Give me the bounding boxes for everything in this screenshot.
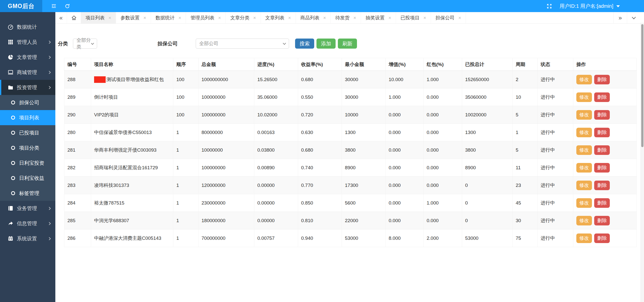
sidebar-item-文章管理[interactable]: 文章管理 [0, 50, 55, 65]
edit-button[interactable]: 修改 [576, 75, 592, 84]
tab-管理员列表[interactable]: 管理员列表× [186, 12, 226, 23]
delete-button[interactable]: 删除 [594, 128, 610, 137]
tabs-scroll-left-button[interactable]: « [55, 12, 67, 23]
share-icon [8, 220, 14, 226]
home-tab[interactable] [67, 12, 81, 23]
cell-actions: 修改删除 [573, 88, 637, 106]
delete-button[interactable]: 删除 [594, 75, 610, 84]
delete-button[interactable]: 删除 [594, 216, 610, 225]
edit-button[interactable]: 修改 [576, 145, 592, 155]
edit-button[interactable]: 修改 [576, 233, 592, 243]
cell-appreciation: 0.000 [386, 141, 424, 159]
delete-button[interactable]: 删除 [594, 145, 610, 155]
collapse-sidebar-icon[interactable] [51, 3, 57, 9]
sidebar-item-label: 系统设置 [17, 235, 37, 242]
sidebar-item-管理人员[interactable]: 管理人员 [0, 35, 55, 50]
category-select[interactable]: 全部分类 [73, 39, 97, 49]
sidebar-item-业务管理[interactable]: 业务管理 [0, 201, 55, 216]
cell-order: 1 [173, 212, 198, 229]
tab-文章分类[interactable]: 文章分类× [226, 12, 261, 23]
tab-待发货[interactable]: 待发货× [331, 12, 361, 23]
cell-id: 290 [64, 106, 91, 124]
sidebar-item-label: 业务管理 [17, 205, 37, 212]
sidebar-subitem-日利宝收益[interactable]: 日利宝收益 [0, 171, 55, 186]
sidebar-subitem-项目列表[interactable]: 项目列表 [0, 110, 55, 125]
edit-button[interactable]: 修改 [576, 92, 592, 102]
cell-id: 282 [64, 159, 91, 177]
cell-id: 281 [64, 141, 91, 159]
close-icon[interactable]: × [288, 15, 291, 21]
delete-button[interactable]: 删除 [594, 198, 610, 208]
cell-progress: 0.00000 [254, 194, 298, 212]
sidebar-subitem-label: 日利宝投资 [19, 160, 44, 166]
delete-button[interactable]: 删除 [594, 163, 610, 173]
edit-button[interactable]: 修改 [576, 181, 592, 190]
close-icon[interactable]: × [388, 15, 391, 21]
tab-商品列表[interactable]: 商品列表× [296, 12, 331, 23]
fullscreen-icon[interactable] [546, 3, 552, 9]
delete-button[interactable]: 删除 [594, 233, 610, 243]
tab-文章列表[interactable]: 文章列表× [261, 12, 296, 23]
sidebar-item-投资管理[interactable]: 投资管理 [0, 80, 55, 95]
app-logo[interactable]: GMO后台 [0, 0, 42, 12]
edit-button[interactable]: 修改 [576, 163, 592, 173]
table-row: 288测试项目带增值收益和红包100100000000015.265000.68… [64, 71, 637, 88]
close-icon[interactable]: × [143, 15, 146, 21]
close-icon[interactable]: × [423, 15, 426, 21]
refresh-icon[interactable] [64, 3, 70, 9]
close-icon[interactable]: × [253, 15, 256, 21]
cell-name: 裕太微787515 [91, 194, 173, 212]
edit-button[interactable]: 修改 [576, 128, 592, 137]
column-header: 操作 [573, 58, 637, 71]
edit-button[interactable]: 修改 [576, 216, 592, 225]
tab-担保公司[interactable]: 担保公司× [431, 12, 466, 23]
table-row: 283凌玮科技30137311200000000.000000.77017300… [64, 177, 637, 194]
sidebar-subitem-标签管理[interactable]: 标签管理 [0, 186, 55, 201]
close-icon[interactable]: × [323, 15, 326, 21]
column-header: 顺序 [173, 58, 198, 71]
refresh-button[interactable]: 刷新 [338, 39, 357, 49]
table-row: 285中润光学68830711800000000.000000.81022000… [64, 212, 637, 229]
delete-button[interactable]: 删除 [594, 181, 610, 190]
close-icon[interactable]: × [108, 15, 111, 21]
close-icon[interactable]: × [178, 15, 181, 21]
edit-button[interactable]: 修改 [576, 198, 592, 208]
sidebar-subitem-项目分类[interactable]: 项目分类 [0, 140, 55, 155]
tabs-menu-button[interactable] [627, 12, 640, 23]
cell-actions: 修改删除 [573, 106, 637, 124]
cell-id: 283 [64, 177, 91, 194]
table-row: 290VIP2的项目10010000000010.020000.72010000… [64, 106, 637, 124]
tab-数据统计[interactable]: 数据统计× [151, 12, 186, 23]
sidebar-item-数据统计[interactable]: 数据统计 [0, 19, 55, 35]
edit-button[interactable]: 修改 [576, 110, 592, 120]
close-icon[interactable]: × [353, 15, 356, 21]
sidebar-item-系统设置[interactable]: 系统设置 [0, 231, 55, 246]
delete-button[interactable]: 删除 [594, 92, 610, 102]
gauge-icon [8, 24, 14, 30]
sidebar-subitem-日利宝投资[interactable]: 日利宝投资 [0, 155, 55, 171]
sidebar-subitem-担保公司[interactable]: 担保公司 [0, 95, 55, 110]
tab-项目列表[interactable]: 项目列表× [81, 12, 116, 23]
vertical-scrollbar[interactable] [640, 23, 644, 302]
table-row: 289倒计时项目10010000000035.060000.550300001.… [64, 88, 637, 106]
sidebar-item-信息管理[interactable]: 信息管理 [0, 216, 55, 231]
add-button[interactable]: 添加 [316, 39, 336, 49]
sidebar-subitem-label: 担保公司 [19, 99, 39, 106]
tabs-scroll-right-button[interactable]: » [613, 12, 627, 23]
user-menu[interactable]: 用户ID:1 用户名:[admin] [560, 3, 620, 10]
close-icon[interactable]: × [218, 15, 221, 21]
company-select[interactable]: 全部公司 [196, 39, 289, 49]
cell-appreciation: 8.000 [386, 229, 424, 247]
scrollbar-thumb[interactable] [641, 24, 643, 147]
cell-order: 1 [173, 177, 198, 194]
cell-invested: 53000 [462, 229, 513, 247]
delete-button[interactable]: 删除 [594, 110, 610, 120]
sidebar-item-商城管理[interactable]: 商城管理 [0, 65, 55, 80]
cell-progress: 10.02000 [254, 106, 298, 124]
tab-抽奖设置[interactable]: 抽奖设置× [361, 12, 396, 23]
tab-参数设置[interactable]: 参数设置× [116, 12, 151, 23]
tab-已投项目[interactable]: 已投项目× [396, 12, 431, 23]
sidebar-subitem-已投项目[interactable]: 已投项目 [0, 125, 55, 140]
close-icon[interactable]: × [458, 15, 461, 21]
search-button[interactable]: 搜索 [295, 39, 314, 49]
